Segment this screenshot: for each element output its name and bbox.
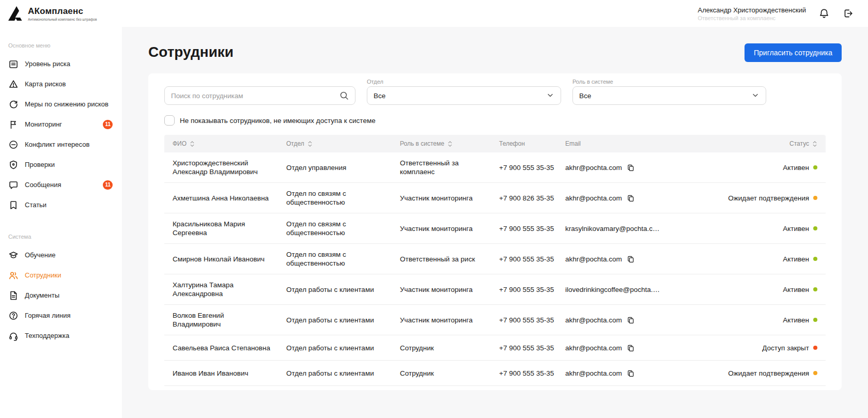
sidebar-item-articles[interactable]: Статьи bbox=[0, 195, 122, 215]
employee-department: Отдел управления bbox=[278, 157, 392, 178]
messages-badge: 11 bbox=[103, 180, 113, 190]
employee-email: krasylnikovamary@pochta.c… bbox=[565, 224, 660, 233]
sidebar-item-risk-measures[interactable]: Меры по снижению рисков bbox=[0, 94, 122, 114]
sidebar-item-documents[interactable]: Документы bbox=[0, 285, 122, 305]
employee-email: akhr@pochta.com bbox=[565, 163, 622, 172]
column-header-role[interactable]: Роль в системе bbox=[392, 140, 491, 148]
employee-name: Волков Евгений Владимирович bbox=[164, 305, 278, 335]
content: Сотрудники Пригласить сотрудника bbox=[122, 27, 868, 418]
table-body: Христорождественский Александр Владимиро… bbox=[164, 152, 826, 390]
sidebar-item-label: Обучение bbox=[25, 251, 55, 259]
status-text: Активен bbox=[783, 285, 809, 294]
sort-icon bbox=[190, 140, 195, 148]
department-select[interactable]: Все bbox=[367, 86, 561, 105]
sidebar-item-training[interactable]: Обучение bbox=[0, 245, 122, 265]
employee-phone: +7 900 826 35-35 bbox=[491, 188, 557, 209]
column-header-name[interactable]: ФИО bbox=[164, 140, 278, 148]
copy-email-icon[interactable] bbox=[626, 194, 635, 203]
employee-name: Ахметшина Анна Николаевна bbox=[164, 188, 278, 209]
chevron-down-icon bbox=[751, 91, 760, 101]
sidebar-item-messages[interactable]: Сообщения 11 bbox=[0, 175, 122, 195]
sidebar-section-main-title: Основное меню bbox=[0, 42, 122, 49]
search-input[interactable] bbox=[164, 86, 355, 105]
employee-phone: +7 900 555 35-35 bbox=[491, 157, 557, 178]
invite-employee-button[interactable]: Пригласить сотрудника bbox=[745, 43, 842, 62]
refresh-icon bbox=[8, 99, 19, 110]
sidebar-item-hotline[interactable]: Горячая линия bbox=[0, 305, 122, 326]
copy-email-icon[interactable] bbox=[626, 344, 635, 352]
column-label: ФИО bbox=[173, 140, 187, 147]
table-row[interactable]: Иванов Иван Иванович Отдел работы с клие… bbox=[164, 361, 826, 386]
employee-name: Смирнов Николай Иванович bbox=[164, 249, 278, 270]
employee-name: Красильникова Мария Сергеевна bbox=[164, 213, 278, 243]
employee-name: Халтурина Тамара Александровна bbox=[164, 274, 278, 304]
employees-table: ФИО Отдел Роль в системе Телефон bbox=[164, 135, 826, 390]
employee-name: Христорождественский Александр Владимиро… bbox=[164, 152, 278, 182]
sidebar-item-monitoring[interactable]: Мониторинг 11 bbox=[0, 114, 122, 134]
sidebar-item-label: Статьи bbox=[25, 201, 47, 209]
employee-department: Отдел работы с клиентами bbox=[278, 279, 392, 300]
user-block[interactable]: Александр Христорождественский Ответстве… bbox=[698, 6, 806, 21]
sidebar-item-conflict-of-interest[interactable]: Конфликт интересов bbox=[0, 134, 122, 154]
brand-name: АКомплаенс bbox=[28, 6, 97, 17]
employee-email: akhr@pochta.com bbox=[565, 344, 622, 352]
sidebar-item-risk-map[interactable]: Карта рисков bbox=[0, 74, 122, 94]
document-icon bbox=[8, 290, 19, 301]
copy-email-icon[interactable] bbox=[626, 369, 635, 378]
employee-email: akhr@pochta.com bbox=[565, 369, 622, 378]
sidebar-item-risk-level[interactable]: Уровень риска bbox=[0, 54, 122, 74]
chat-icon bbox=[8, 180, 19, 190]
copy-email-icon[interactable] bbox=[626, 316, 635, 324]
minus-circle-icon bbox=[8, 140, 19, 150]
employee-role: Сотрудник bbox=[392, 363, 491, 384]
status-dot bbox=[813, 226, 817, 230]
users-icon bbox=[8, 270, 19, 281]
sidebar-item-checks[interactable]: Проверки bbox=[0, 154, 122, 175]
sidebar-item-support[interactable]: Техподдержка bbox=[0, 326, 122, 346]
bookmark-icon bbox=[8, 200, 19, 210]
employee-role: Ответственный за риск bbox=[392, 249, 491, 270]
employee-department: Отдел по связям с общественностью bbox=[278, 213, 392, 243]
filters-row: Отдел Все Роль в системе Все bbox=[164, 79, 826, 105]
table-row[interactable]: Ахметшина Анна Николаевна Отдел по связя… bbox=[164, 183, 826, 213]
sidebar-section-system-title: Система bbox=[0, 234, 122, 240]
user-role: Ответственный за комплаенс bbox=[698, 15, 806, 21]
status-text: Ожидает подтверждения bbox=[728, 369, 809, 378]
employee-email: akhr@pochta.com bbox=[565, 194, 622, 203]
topbar: Александр Христорождественский Ответстве… bbox=[122, 0, 868, 27]
table-row[interactable]: Христорождественский Александр Владимиро… bbox=[164, 152, 826, 183]
employee-email: akhr@pochta.com bbox=[565, 255, 622, 264]
table-row[interactable]: Кузнецов Даниил Константинович Отдел раб… bbox=[164, 386, 826, 390]
status-dot bbox=[813, 257, 817, 261]
hide-no-access-checkbox[interactable] bbox=[164, 115, 175, 126]
column-header-department[interactable]: Отдел bbox=[278, 140, 392, 148]
column-header-status[interactable]: Статус bbox=[665, 140, 826, 148]
flag-icon bbox=[8, 119, 19, 130]
column-label: Телефон bbox=[499, 140, 525, 147]
headset-icon bbox=[8, 331, 19, 341]
table-row[interactable]: Красильникова Мария Сергеевна Отдел по с… bbox=[164, 213, 826, 244]
employee-role: Участник мониторинга bbox=[392, 218, 491, 239]
status-text: Ожидает подтверждения bbox=[728, 194, 809, 203]
copy-email-icon[interactable] bbox=[626, 255, 635, 264]
employee-phone: +7 900 555 35-35 bbox=[491, 249, 557, 270]
column-label: Роль в системе bbox=[400, 140, 444, 147]
status-dot bbox=[813, 346, 817, 350]
copy-email-icon[interactable] bbox=[626, 163, 635, 172]
table-row[interactable]: Волков Евгений Владимирович Отдел работы… bbox=[164, 305, 826, 335]
table-row[interactable]: Савельева Раиса Степановна Отдел работы … bbox=[164, 335, 826, 361]
employees-card: Отдел Все Роль в системе Все bbox=[148, 73, 842, 390]
role-selected-value: Все bbox=[579, 92, 591, 100]
column-label: Статус bbox=[789, 140, 809, 147]
employee-role: Участник мониторинга bbox=[392, 188, 491, 209]
table-row[interactable]: Халтурина Тамара Александровна Отдел раб… bbox=[164, 274, 826, 305]
role-select[interactable]: Все bbox=[572, 86, 766, 105]
table-header: ФИО Отдел Роль в системе Телефон bbox=[164, 135, 826, 152]
notifications-bell-icon[interactable] bbox=[818, 8, 830, 19]
sidebar-item-employees[interactable]: Сотрудники bbox=[0, 265, 122, 285]
sidebar-item-label: Горячая линия bbox=[25, 312, 71, 319]
logout-icon[interactable] bbox=[842, 8, 854, 19]
status-text: Активен bbox=[783, 224, 809, 233]
table-row[interactable]: Смирнов Николай Иванович Отдел по связям… bbox=[164, 244, 826, 274]
status-dot bbox=[813, 318, 817, 322]
